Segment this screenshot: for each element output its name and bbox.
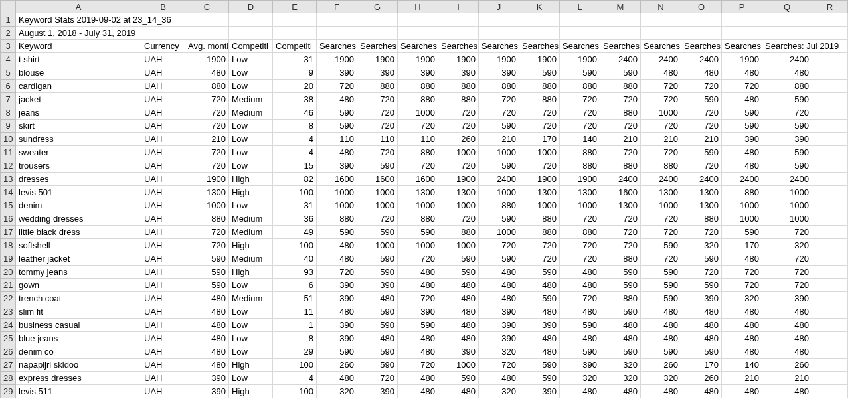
searches-cell[interactable]: 480 xyxy=(762,332,812,345)
competition-cell[interactable]: High xyxy=(229,266,273,279)
searches-cell[interactable]: 590 xyxy=(600,66,641,80)
searches-cell[interactable]: 720 xyxy=(357,93,398,106)
searches-cell[interactable]: 880 xyxy=(600,252,641,266)
searches-cell[interactable]: 720 xyxy=(641,226,681,239)
searches-cell[interactable]: 590 xyxy=(357,266,398,279)
competition-index-cell[interactable]: 100 xyxy=(273,385,317,398)
searches-cell[interactable]: 1000 xyxy=(398,239,438,252)
searches-cell[interactable]: 720 xyxy=(722,279,762,292)
searches-cell[interactable]: 2400 xyxy=(600,53,641,66)
empty-cell[interactable] xyxy=(722,13,762,27)
currency-cell[interactable]: UAH xyxy=(141,159,185,173)
empty-cell[interactable] xyxy=(812,292,848,305)
currency-cell[interactable]: UAH xyxy=(141,226,185,239)
searches-cell[interactable]: 720 xyxy=(722,266,762,279)
searches-cell[interactable]: 390 xyxy=(357,66,398,80)
searches-cell[interactable]: 590 xyxy=(641,239,681,252)
row-header[interactable]: 3 xyxy=(0,40,16,53)
searches-cell[interactable]: 480 xyxy=(560,332,600,345)
searches-cell[interactable]: 390 xyxy=(762,133,812,146)
searches-cell[interactable]: 590 xyxy=(317,345,357,359)
empty-cell[interactable] xyxy=(519,13,560,27)
currency-cell[interactable]: UAH xyxy=(141,133,185,146)
searches-cell[interactable]: 590 xyxy=(762,120,812,133)
currency-cell[interactable]: UAH xyxy=(141,332,185,345)
searches-cell[interactable]: 480 xyxy=(438,305,479,319)
searches-cell[interactable]: 480 xyxy=(398,372,438,385)
competition-cell[interactable]: Medium xyxy=(229,93,273,106)
searches-cell[interactable]: 110 xyxy=(357,133,398,146)
searches-cell[interactable]: 1300 xyxy=(519,186,560,199)
currency-cell[interactable]: UAH xyxy=(141,106,185,120)
empty-cell[interactable] xyxy=(812,239,848,252)
empty-cell[interactable] xyxy=(812,120,848,133)
searches-cell[interactable]: 880 xyxy=(600,80,641,93)
header-cell[interactable]: Avg. month xyxy=(185,40,229,53)
searches-cell[interactable]: 880 xyxy=(479,80,519,93)
searches-cell[interactable]: 210 xyxy=(641,133,681,146)
searches-cell[interactable]: 480 xyxy=(722,319,762,332)
searches-cell[interactable]: 880 xyxy=(600,106,641,120)
searches-cell[interactable]: 480 xyxy=(600,385,641,398)
competition-cell[interactable]: Low xyxy=(229,319,273,332)
searches-cell[interactable]: 590 xyxy=(600,345,641,359)
empty-cell[interactable] xyxy=(812,80,848,93)
searches-cell[interactable]: 390 xyxy=(479,305,519,319)
column-header[interactable]: K xyxy=(519,0,560,13)
competition-cell[interactable]: Low xyxy=(229,80,273,93)
column-header[interactable]: P xyxy=(722,0,762,13)
competition-index-cell[interactable]: 36 xyxy=(273,212,317,226)
row-header[interactable]: 18 xyxy=(0,239,16,252)
avg-cell[interactable]: 720 xyxy=(185,159,229,173)
row-header[interactable]: 2 xyxy=(0,27,16,40)
empty-cell[interactable] xyxy=(273,27,317,40)
competition-index-cell[interactable]: 6 xyxy=(273,279,317,292)
searches-cell[interactable]: 480 xyxy=(722,66,762,80)
searches-cell[interactable]: 590 xyxy=(357,319,398,332)
searches-cell[interactable]: 320 xyxy=(479,345,519,359)
column-header[interactable]: E xyxy=(273,0,317,13)
header-cell[interactable]: Searches: xyxy=(398,40,438,53)
empty-cell[interactable] xyxy=(600,27,641,40)
searches-cell[interactable]: 720 xyxy=(681,266,722,279)
searches-cell[interactable]: 260 xyxy=(641,359,681,372)
empty-cell[interactable] xyxy=(519,27,560,40)
searches-cell[interactable]: 720 xyxy=(641,93,681,106)
searches-cell[interactable]: 390 xyxy=(479,332,519,345)
searches-cell[interactable]: 480 xyxy=(722,252,762,266)
searches-cell[interactable]: 880 xyxy=(438,80,479,93)
searches-cell[interactable]: 880 xyxy=(641,159,681,173)
searches-cell[interactable]: 1300 xyxy=(681,186,722,199)
searches-cell[interactable]: 1900 xyxy=(438,53,479,66)
competition-cell[interactable]: Low xyxy=(229,159,273,173)
searches-cell[interactable]: 390 xyxy=(398,66,438,80)
searches-cell[interactable]: 880 xyxy=(519,226,560,239)
searches-cell[interactable]: 590 xyxy=(519,372,560,385)
searches-cell[interactable]: 590 xyxy=(519,266,560,279)
keyword-cell[interactable]: gown xyxy=(16,279,141,292)
searches-cell[interactable]: 480 xyxy=(560,385,600,398)
currency-cell[interactable]: UAH xyxy=(141,385,185,398)
searches-cell[interactable]: 320 xyxy=(681,239,722,252)
searches-cell[interactable]: 210 xyxy=(722,372,762,385)
searches-cell[interactable]: 480 xyxy=(317,93,357,106)
searches-cell[interactable]: 720 xyxy=(641,146,681,159)
empty-cell[interactable] xyxy=(812,212,848,226)
empty-cell[interactable] xyxy=(812,305,848,319)
searches-cell[interactable]: 2400 xyxy=(681,53,722,66)
searches-cell[interactable]: 1900 xyxy=(357,53,398,66)
row-header[interactable]: 13 xyxy=(0,173,16,186)
empty-cell[interactable] xyxy=(812,266,848,279)
keyword-cell[interactable]: slim fit xyxy=(16,305,141,319)
competition-index-cell[interactable]: 9 xyxy=(273,66,317,80)
searches-cell[interactable]: 880 xyxy=(600,159,641,173)
searches-cell[interactable]: 590 xyxy=(357,252,398,266)
searches-cell[interactable]: 590 xyxy=(641,266,681,279)
searches-cell[interactable]: 480 xyxy=(357,332,398,345)
searches-cell[interactable]: 1000 xyxy=(438,146,479,159)
column-header[interactable]: O xyxy=(681,0,722,13)
searches-cell[interactable]: 480 xyxy=(600,332,641,345)
searches-cell[interactable]: 480 xyxy=(641,319,681,332)
searches-cell[interactable]: 720 xyxy=(357,146,398,159)
searches-cell[interactable]: 390 xyxy=(357,279,398,292)
